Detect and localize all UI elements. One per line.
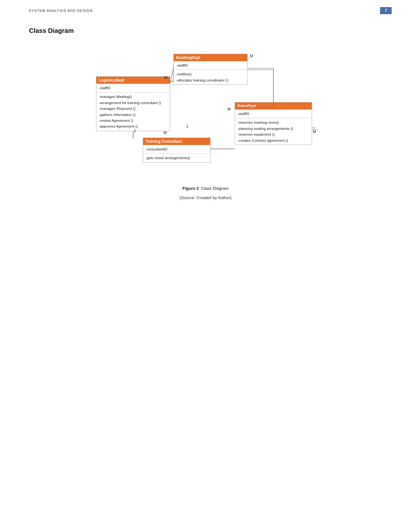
booking-dept-class: BookingDept -staffID -notifies() -alloca…: [173, 54, 248, 85]
class-diagram: LogisticsDept -staffID -manages Meeting(…: [80, 44, 331, 179]
page-header: SYSTEM ANALYSIS AND DESIGN 7: [0, 0, 411, 17]
training-consultant-header: Training Consultant: [143, 138, 210, 145]
training-consultant-attributes: -consultantID: [143, 145, 210, 153]
logistics-dept-header: LogisticsDept: [96, 77, 170, 84]
booking-dept-methods: -notifies() -allocates training corodina…: [174, 70, 247, 84]
multiplicity-logistics-1: 1: [186, 124, 189, 129]
booking-dept-attributes: -staffID: [174, 61, 247, 70]
multiplicity-logistics-bottom: 1: [134, 129, 136, 133]
training-consultant-class: Training Consultant -consultantID -gets …: [143, 138, 210, 163]
figure-label: Figure 2: [182, 186, 199, 191]
multiplicity-sales-right: M: [313, 130, 316, 134]
multiplicity-sales-left: M: [228, 107, 231, 111]
document-title: SYSTEM ANALYSIS AND DESIGN: [29, 9, 93, 13]
logistics-dept-methods: -manages Meeting() -arrangement for trai…: [96, 92, 170, 131]
figure-caption: Figure 2: Class Diagram: [29, 186, 382, 191]
logistics-dept-class: LogisticsDept -staffID -manages Meeting(…: [96, 76, 170, 131]
sales-dept-header: SalesDept: [235, 102, 312, 110]
main-content: Class Diagram LogisticsDept: [0, 17, 411, 213]
sales-dept-methods: -reserves meeting room() -planning seati…: [235, 118, 312, 145]
sales-dept-attributes: -staffID: [235, 110, 312, 118]
svg-line-0: [170, 68, 173, 83]
multiplicity-training-top: M: [164, 131, 167, 135]
figure-label-text: : Class Diagram: [199, 186, 229, 191]
page-number: 7: [380, 7, 392, 14]
logistics-dept-attributes: -staffID: [96, 84, 170, 92]
multiplicity-booking-right: M: [250, 54, 253, 58]
multiplicity-logistics-booking-left: M: [164, 75, 168, 80]
figure-source: (Source: Created by Author): [29, 195, 382, 200]
booking-dept-header: BookingDept: [174, 54, 247, 61]
sales-dept-class: SalesDept -staffID -reserves meeting roo…: [235, 102, 312, 145]
page-title: Class Diagram: [29, 27, 382, 34]
training-consultant-methods: -gets travel arrangements(): [143, 154, 210, 162]
